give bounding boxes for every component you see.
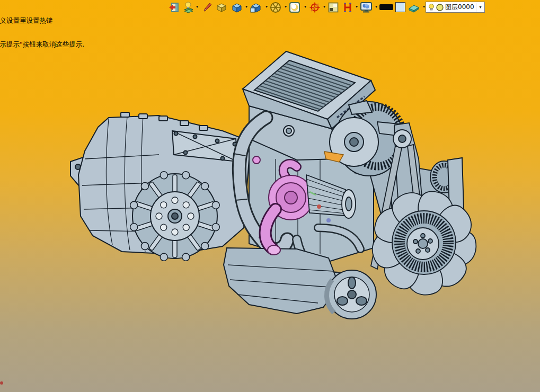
layer-color-swatch (436, 4, 444, 11)
layer-visibility-dropdown[interactable]: ▾ (194, 4, 200, 9)
line-width-swatch[interactable] (379, 4, 393, 10)
rotate-view-dropdown[interactable]: ▾ (322, 4, 327, 9)
accent-red (317, 204, 321, 209)
layer-combobox[interactable]: 图层0000 ▾ (426, 2, 485, 13)
erase-button[interactable] (408, 2, 420, 13)
sketch-button[interactable] (202, 2, 212, 13)
layer-name: 图层0000 (445, 3, 474, 12)
top-toolbar: ▾ ▾ ▾ ▾ ▾ ▾ (0, 0, 540, 15)
accent-blue (326, 218, 331, 222)
color-swatch[interactable] (395, 2, 405, 12)
render-mode-button[interactable] (288, 2, 301, 13)
shaded-view-dropdown[interactable]: ▾ (264, 4, 269, 9)
layer-dropdown-button[interactable]: ▾ (476, 3, 484, 12)
solid-view-dropdown[interactable]: ▾ (244, 4, 249, 9)
extrude-box-button[interactable] (215, 2, 227, 13)
exit-button[interactable] (167, 2, 180, 13)
rotate-view-button[interactable] (308, 2, 321, 13)
solid-view-button[interactable] (231, 2, 243, 13)
display-settings-button[interactable] (360, 2, 373, 13)
layer-visibility-button[interactable] (182, 2, 195, 13)
stray-red-speck (0, 381, 3, 385)
viewport-3d-model[interactable] (0, 0, 540, 392)
cad-application-window: { "hint": { "line1": "定义设置里设置热键", "line2… (0, 0, 540, 392)
render-mode-dropdown[interactable]: ▾ (303, 4, 308, 9)
sketch-plane-button[interactable] (327, 2, 340, 13)
clutch-flange[interactable] (129, 171, 220, 262)
wireframe-view-button[interactable] (269, 2, 282, 13)
lightbulb-icon (428, 3, 435, 12)
display-settings-dropdown[interactable]: ▾ (374, 4, 379, 9)
hint-line-1: 定义设置里设置热键 (0, 16, 84, 24)
crank-pulley (326, 270, 376, 319)
measure-button[interactable] (341, 2, 354, 13)
oil-pan (224, 248, 339, 314)
shaded-view-button[interactable] (250, 2, 262, 13)
measure-dropdown[interactable]: ▾ (354, 4, 359, 9)
wireframe-view-dropdown[interactable]: ▾ (283, 4, 288, 9)
hint-line-2: 提示提示"按钮来取消这些提示. (0, 40, 84, 48)
